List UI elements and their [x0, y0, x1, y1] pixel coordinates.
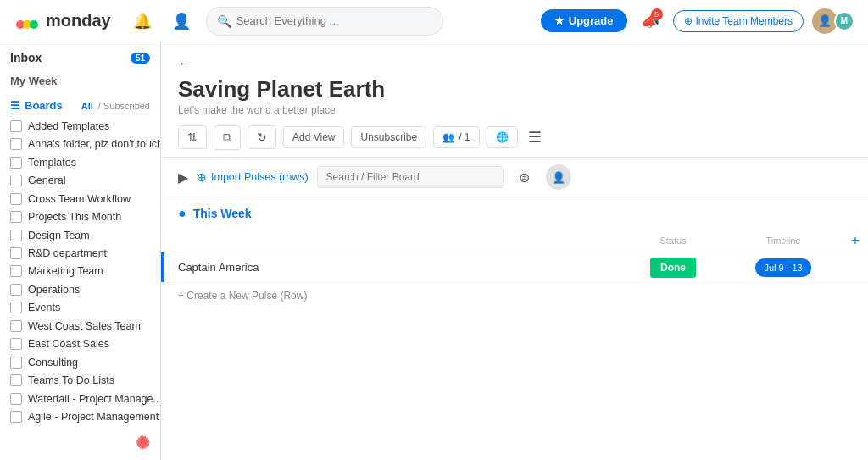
sidebar-item-west-coast[interactable]: West Coast Sales Team	[0, 317, 160, 335]
top-navigation: monday 🔔 👤 🔍 ★ Upgrade 📣 5 ⊕ Invite Team…	[0, 0, 868, 42]
col-timeline-header: Timeline	[724, 236, 843, 246]
board-icon	[10, 247, 22, 259]
sidebar-item-east-coast[interactable]: East Coast Sales	[0, 335, 160, 353]
sidebar-item-waterfall[interactable]: Waterfall - Project Manage...	[0, 390, 160, 407]
sidebar-item-added-templates[interactable]: Added Templates	[0, 117, 160, 135]
sort-icon: ⇅	[187, 130, 198, 144]
sidebar-item-label: General	[28, 175, 65, 186]
boards-label[interactable]: ☰ Boards	[10, 99, 63, 112]
search-input[interactable]	[236, 14, 432, 27]
inbox-badge: 51	[131, 53, 150, 64]
group-title: This Week	[193, 207, 252, 220]
sidebar-item-templates[interactable]: Templates	[0, 153, 160, 171]
tab-subscribed[interactable]: / Subscribed	[98, 101, 150, 111]
board-icon	[10, 411, 22, 423]
sidebar-item-label: Waterfall - Project Manage...	[28, 393, 160, 405]
invite-team-button[interactable]: ⊕ Invite Team Members	[673, 10, 804, 32]
sidebar-item-rnd[interactable]: R&D department	[0, 244, 160, 262]
sidebar-item-events[interactable]: Events	[0, 299, 160, 317]
board-toolbar: ⇅ ⧉ ↻ Add View Unsubscribe 👥 / 1	[178, 125, 851, 150]
monday-logo-icon	[14, 8, 41, 35]
sidebar-item-cross-team[interactable]: Cross Team Workflow	[0, 190, 160, 208]
star-icon: ★	[554, 14, 565, 27]
sidebar-item-agile[interactable]: Agile - Project Management	[0, 408, 160, 426]
sidebar-item-projects-month[interactable]: Projects This Month	[0, 208, 160, 225]
inbox-header[interactable]: Inbox 51	[0, 42, 160, 68]
sidebar-item-consulting[interactable]: Consulting	[0, 353, 160, 371]
sidebar-item-teams-todo[interactable]: Teams To Do Lists	[0, 372, 160, 390]
sidebar-item-operations[interactable]: Operations	[0, 280, 160, 298]
avatar-area[interactable]: 👤 M	[812, 8, 854, 34]
logo[interactable]: monday	[14, 8, 111, 35]
filter-input[interactable]	[326, 171, 494, 183]
sort-button[interactable]: ⇅	[178, 125, 207, 149]
sidebar-item-label: Operations	[28, 284, 80, 296]
row-task-name[interactable]: Captain America	[164, 252, 622, 282]
inbox-label: Inbox	[10, 51, 42, 64]
col-add-button[interactable]: +	[843, 233, 868, 248]
search-filter-bar[interactable]	[317, 166, 504, 188]
menu-icon: ☰	[10, 99, 20, 112]
board-icon	[10, 338, 22, 350]
sidebar-item-label: Added Templates	[28, 120, 109, 132]
boards-header: ☰ Boards All / Subscribed	[0, 94, 160, 117]
sidebar-item-label: Design Team	[28, 230, 90, 241]
col-status-header: Status	[622, 236, 724, 246]
copy-button[interactable]: ⧉	[214, 125, 241, 150]
my-week-label[interactable]: My Week	[0, 68, 160, 94]
sidebar-item-label: West Coast Sales Team	[28, 320, 141, 332]
sidebar-item-marketing[interactable]: Marketing Team	[0, 263, 160, 280]
status-badge: Done	[650, 258, 696, 278]
expand-button[interactable]: ▶	[178, 169, 188, 186]
logo-text: monday	[46, 11, 111, 30]
import-pulses-button[interactable]: ⊕ Import Pulses (rows)	[197, 170, 309, 184]
board-icon	[10, 230, 22, 241]
sidebar: Inbox 51 My Week ☰ Boards All / Subscrib…	[0, 42, 161, 460]
unsubscribe-button[interactable]: Unsubscribe	[351, 126, 426, 148]
refresh-button[interactable]: ↻	[248, 125, 276, 149]
secondary-avatar: M	[834, 11, 854, 31]
toolbar-menu-icon[interactable]: ☰	[525, 125, 545, 150]
nav-right: ★ Upgrade 📣 5 ⊕ Invite Team Members 👤 M	[541, 7, 854, 36]
members-button[interactable]: 👥 / 1	[433, 126, 479, 148]
global-search[interactable]: 🔍	[206, 7, 443, 36]
bell-icon-button[interactable]: 🔔	[128, 7, 157, 36]
board-subheader: ▶ ⊕ Import Pulses (rows) ⊜ 👤	[161, 158, 868, 197]
notification-button[interactable]: 📣 5	[636, 7, 665, 36]
upgrade-button[interactable]: ★ Upgrade	[541, 9, 627, 32]
plus-icon: ⊕	[684, 15, 693, 27]
row-status-cell[interactable]: Done	[622, 258, 724, 278]
board-icon	[10, 193, 22, 205]
board-icon	[10, 357, 22, 369]
board-icon	[10, 120, 22, 132]
search-icon: 🔍	[217, 14, 231, 28]
filter-settings-button[interactable]: ⊜	[512, 164, 537, 190]
board-icon	[10, 284, 22, 296]
import-icon: ⊕	[197, 170, 207, 184]
person-filter-button[interactable]: 👤	[546, 164, 571, 190]
sidebar-item-label: Teams To Do Lists	[28, 374, 114, 386]
sidebar-item-label: Consulting	[28, 357, 78, 369]
people-search-button[interactable]: 👤	[167, 7, 196, 36]
monday-small-logo: ✺	[136, 433, 150, 453]
row-timeline-cell[interactable]: Jul 9 - 13	[724, 258, 843, 277]
sidebar-item-general[interactable]: General	[0, 171, 160, 189]
board-icon	[10, 175, 22, 186]
sidebar-item-label: East Coast Sales	[28, 338, 109, 350]
add-view-button[interactable]: Add View	[283, 126, 344, 148]
sidebar-item-label: Cross Team Workflow	[28, 193, 131, 205]
sidebar-item-label: Events	[28, 302, 60, 313]
sidebar-item-label: Marketing Team	[28, 265, 103, 277]
boards-tabs: All / Subscribed	[81, 101, 150, 111]
globe-button[interactable]: 🌐	[487, 126, 518, 148]
tab-all[interactable]: All	[81, 101, 93, 111]
back-button[interactable]: ←	[178, 56, 192, 71]
board-icon	[10, 157, 22, 169]
group-expand-icon[interactable]: ●	[178, 206, 186, 221]
add-pulse-row[interactable]: + Create a New Pulse (Row)	[161, 283, 868, 308]
timeline-badge: Jul 9 - 13	[755, 258, 810, 277]
sidebar-item-label: Templates	[28, 157, 76, 169]
sidebar-item-design-team[interactable]: Design Team	[0, 226, 160, 244]
sidebar-item-annas-folder[interactable]: Anna's folder, plz don't touch	[0, 135, 160, 152]
table-row: Captain America Done Jul 9 - 13	[161, 252, 868, 283]
